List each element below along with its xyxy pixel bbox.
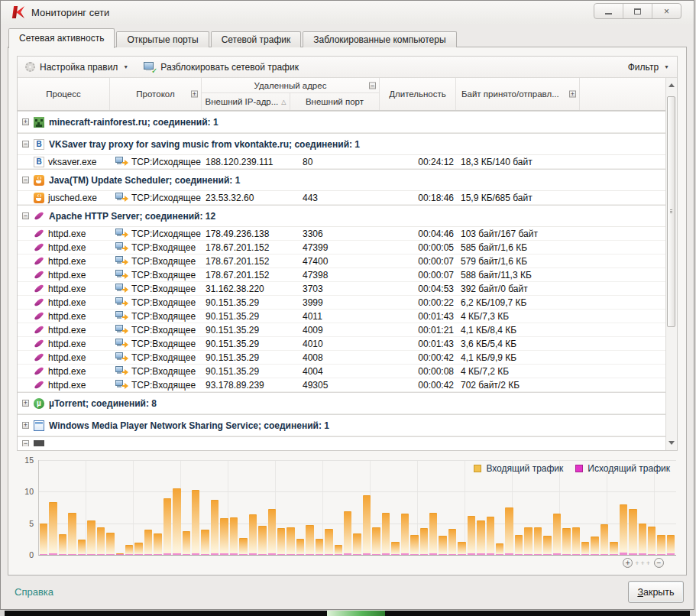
- expand-columns-icon[interactable]: +: [191, 91, 198, 98]
- expander-icon[interactable]: +: [22, 400, 29, 407]
- connection-row[interactable]: httpd.exeTCP:Входящее90.151.35.29400400:…: [18, 365, 665, 378]
- scroll-up-icon[interactable]: [666, 79, 677, 91]
- incoming-bar: [429, 513, 437, 555]
- process-group-row[interactable]: −: [18, 436, 665, 446]
- incoming-bar: [316, 539, 323, 555]
- process-cell: httpd.exe: [18, 242, 110, 253]
- incoming-bar: [144, 530, 152, 555]
- zoom-out-icon[interactable]: −: [654, 558, 664, 568]
- outgoing-bar: [477, 553, 484, 555]
- connection-row[interactable]: httpd.exeTCP:Входящее178.67.201.15247399…: [18, 241, 665, 255]
- traffic-bar: [144, 460, 152, 555]
- connection-row[interactable]: httpd.exeTCP:Входящее90.151.35.29401000:…: [18, 337, 665, 351]
- column-header-bytes[interactable]: Байт принято/отправл... +: [456, 78, 580, 110]
- close-window-button[interactable]: ×: [652, 4, 681, 18]
- column-header-protocol[interactable]: Протокол +: [110, 78, 202, 110]
- network-direction-icon: [115, 256, 128, 266]
- process-name: vksaver.exe: [48, 157, 96, 167]
- expander-icon[interactable]: +: [22, 422, 29, 429]
- zoom-steps[interactable]: +++: [635, 559, 652, 567]
- network-monitor-window: Мониторинг сети × Сетевая активностьОткр…: [0, 0, 694, 610]
- process-name: httpd.exe: [48, 229, 86, 239]
- column-header-duration[interactable]: Длительность: [380, 78, 456, 110]
- process-group-row[interactable]: −Java(TM) Update Scheduler; соединений: …: [18, 169, 665, 191]
- incoming-bar: [230, 517, 238, 555]
- window-controls: ×: [594, 3, 681, 19]
- incoming-bar: [543, 536, 551, 555]
- outgoing-bar: [249, 553, 257, 555]
- process-group-row[interactable]: +minecraft-rainforest.ru; соединений: 1: [18, 111, 665, 133]
- connection-row[interactable]: httpd.exeTCP:Входящее178.67.201.15247400…: [18, 255, 665, 268]
- column-header-remote-address[interactable]: Удаленный адрес −: [202, 78, 380, 93]
- column-header-external-port[interactable]: Внешний порт: [290, 93, 380, 110]
- arrow-icon: [125, 355, 128, 361]
- tab-3[interactable]: Заблокированные компьютеры: [303, 31, 456, 47]
- close-icon: ×: [664, 6, 669, 17]
- expander-icon[interactable]: −: [22, 440, 29, 446]
- expander-icon[interactable]: −: [22, 177, 29, 183]
- column-header-external-ip[interactable]: Внешний IP-адр... △: [202, 93, 290, 110]
- remote-port: 4009: [290, 325, 380, 336]
- traffic-bar: [639, 460, 646, 555]
- incoming-bar: [496, 543, 503, 555]
- duration: 00:04:46: [380, 229, 456, 239]
- connection-row[interactable]: httpd.exeTCP:Входящее90.151.35.29401100:…: [18, 310, 665, 323]
- connection-row[interactable]: jusched.exeTCP:Исходящее23.53.32.6044300…: [18, 191, 665, 205]
- protocol-label: TCP:Исходящее: [131, 193, 201, 203]
- protocol-label: TCP:Входящее: [131, 297, 196, 308]
- expand-columns-icon[interactable]: +: [569, 91, 576, 98]
- table-scrollbar[interactable]: [665, 78, 677, 450]
- help-link[interactable]: Справка: [15, 586, 53, 598]
- tab-0[interactable]: Сетевая активность: [8, 28, 115, 48]
- tab-2[interactable]: Сетевой трафик: [211, 31, 302, 47]
- process-group-row[interactable]: −Apache HTTP Server; соединений: 12: [18, 205, 665, 227]
- protocol-cell: TCP:Исходящее: [110, 193, 202, 203]
- expander-icon[interactable]: −: [22, 212, 29, 219]
- incoming-bar: [372, 527, 380, 555]
- expander-icon[interactable]: +: [22, 118, 29, 125]
- tab-1[interactable]: Открытые порты: [116, 31, 209, 47]
- remote-ip: 31.162.38.220: [202, 284, 290, 294]
- filter-button[interactable]: Фильтр ▼: [628, 62, 669, 73]
- outgoing-bar: [183, 554, 190, 555]
- column-header-process[interactable]: Процесс: [18, 78, 110, 110]
- connection-row[interactable]: httpd.exeTCP:Входящее90.151.35.29400900:…: [18, 323, 665, 337]
- gear-icon: [25, 62, 35, 72]
- collapse-columns-icon[interactable]: −: [369, 83, 376, 89]
- rules-setup-button[interactable]: Настройка правил ▼: [25, 62, 128, 73]
- minimize-button[interactable]: [594, 4, 623, 18]
- connection-row[interactable]: httpd.exeTCP:Входящее178.67.201.15247398…: [18, 268, 665, 282]
- connection-row[interactable]: httpd.exeTCP:Входящее31.162.38.220370300…: [18, 282, 665, 296]
- incoming-bar: [667, 535, 675, 555]
- minecraft-icon: [34, 117, 44, 128]
- protocol-cell: TCP:Входящее: [110, 256, 202, 267]
- connection-row[interactable]: httpd.exeTCP:Входящее90.151.35.29399900:…: [18, 296, 665, 310]
- incoming-bar: [268, 509, 276, 555]
- connection-row[interactable]: Bvksaver.exeTCP:Исходящее188.120.239.111…: [18, 155, 665, 169]
- process-group-row[interactable]: −BVKSaver tray proxy for saving music fr…: [18, 133, 665, 155]
- incoming-bar: [553, 514, 561, 555]
- chart-legend: Входящий трафикИсходящий трафик: [474, 463, 670, 474]
- close-button[interactable]: Закрыть: [628, 581, 684, 603]
- duration: 00:18:46: [380, 193, 456, 203]
- expander-icon[interactable]: −: [22, 141, 29, 148]
- protocol-cell: TCP:Входящее: [110, 242, 202, 253]
- connection-row[interactable]: httpd.exeTCP:Исходящее178.49.236.1383306…: [18, 227, 665, 241]
- scrollbar-thumb[interactable]: [667, 96, 675, 327]
- process-group-row[interactable]: +µµTorrent; соединений: 8: [18, 392, 665, 414]
- traffic-bar: [192, 460, 199, 555]
- scroll-down-icon[interactable]: [666, 437, 677, 449]
- process-group-row[interactable]: +Windows Media Player Network Sharing Se…: [18, 414, 665, 436]
- connection-row[interactable]: httpd.exeTCP:Входящее93.178.89.239493050…: [18, 378, 665, 392]
- traffic-bar: [286, 460, 294, 555]
- traffic-chart: 151050 Входящий трафикИсходящий трафик +…: [17, 456, 678, 570]
- outgoing-bar: [648, 554, 656, 555]
- unblock-traffic-button[interactable]: Разблокировать сетевой трафик: [144, 62, 299, 73]
- arrow-icon: [125, 273, 128, 279]
- zoom-in-icon[interactable]: +: [623, 558, 633, 568]
- connection-row[interactable]: httpd.exeTCP:Входящее90.151.35.29400800:…: [18, 351, 665, 365]
- arrow-icon: [125, 232, 128, 238]
- traffic-bar: [477, 460, 484, 555]
- maximize-button[interactable]: [623, 4, 652, 18]
- traffic-bar: [163, 460, 171, 555]
